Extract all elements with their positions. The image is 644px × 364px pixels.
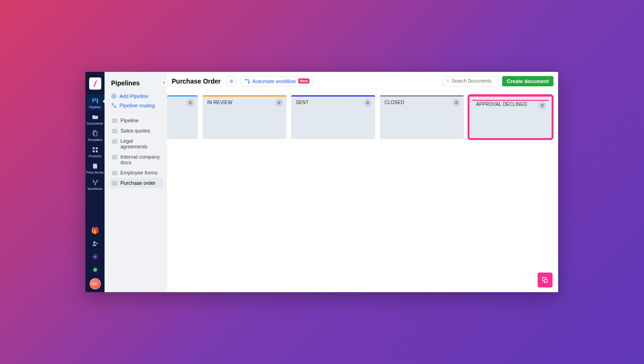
columns-icon [112, 129, 118, 133]
svg-point-10 [96, 180, 98, 182]
svg-point-13 [94, 256, 96, 258]
nav-documents[interactable]: Documents [85, 111, 105, 127]
gear-icon[interactable] [85, 250, 105, 263]
svg-rect-32 [116, 171, 117, 175]
book-icon [91, 162, 99, 170]
chat-button[interactable] [538, 273, 553, 287]
collapse-panel-button[interactable] [161, 78, 168, 87]
pipeline-routing-link[interactable]: Pipeline routing [111, 103, 163, 108]
templates-icon [91, 130, 99, 137]
svg-rect-2 [97, 98, 98, 104]
main-area: Purchase Order Automate workflow New Cre… [167, 72, 558, 292]
svg-point-39 [447, 80, 448, 82]
svg-rect-19 [114, 119, 115, 123]
board-column[interactable]: 0 [167, 95, 198, 139]
slash-icon [91, 80, 99, 87]
add-pipeline-label: Add Pipeline [119, 93, 148, 99]
svg-rect-0 [92, 98, 94, 102]
columns-icon [112, 181, 118, 186]
pipeline-item[interactable]: Employee forms [110, 168, 163, 178]
svg-rect-29 [116, 155, 117, 159]
pipelines-panel: Pipelines Add Pipeline Pipeline routing … [105, 72, 167, 292]
page-title: Purchase Order [172, 77, 221, 85]
column-count: 0 [187, 99, 194, 106]
nav-label: Price Books [86, 171, 104, 174]
nav-pricebooks[interactable]: Price Books [85, 160, 105, 176]
search-input[interactable] [452, 78, 495, 84]
pipeline-item-label: Pipeline [120, 118, 139, 123]
kanban-icon [91, 97, 99, 105]
pipeline-item-label: Purchase order [120, 180, 155, 186]
svg-point-9 [92, 180, 94, 182]
svg-rect-26 [116, 140, 117, 143]
app-window: Pipeline Documents Templates Products Pr… [85, 72, 558, 292]
pipeline-routing-label: Pipeline routing [119, 103, 155, 108]
user-avatar[interactable]: AK [90, 278, 101, 289]
board-column[interactable]: IN REVIEW0 [203, 95, 287, 139]
svg-rect-21 [112, 129, 113, 133]
nav-workflows[interactable]: Workflows [85, 176, 105, 192]
column-stripe [203, 95, 287, 97]
pipeline-item-label: Internal company docs [120, 154, 161, 165]
panel-title: Pipelines [111, 79, 163, 87]
create-document-button[interactable]: Create document [502, 76, 553, 86]
flow-icon [245, 78, 250, 84]
new-badge: New [298, 78, 309, 84]
pipeline-item-label: Legal agreements [120, 138, 161, 149]
svg-rect-18 [112, 119, 113, 123]
app-logo[interactable] [89, 77, 101, 90]
board-column[interactable]: CLOSED0 [380, 95, 464, 139]
routing-icon [111, 103, 117, 108]
add-pipeline-link[interactable]: Add Pipeline [111, 93, 163, 99]
board-column[interactable]: SENT0 [291, 95, 375, 139]
svg-rect-31 [114, 171, 115, 175]
column-stripe [291, 95, 375, 97]
chat-icon [541, 276, 549, 284]
svg-rect-20 [116, 119, 117, 123]
add-user-icon[interactable] [85, 237, 105, 250]
folder-icon [91, 113, 99, 121]
automate-label: Automate workflow [252, 78, 296, 84]
gift-icon[interactable]: 🎁 [85, 224, 105, 237]
divider [110, 112, 163, 112]
status-ok-icon[interactable] [85, 263, 105, 276]
column-stripe [380, 95, 464, 97]
svg-rect-33 [112, 182, 113, 185]
pipeline-item[interactable]: Purchase order [110, 178, 163, 188]
columns-icon [112, 119, 118, 123]
svg-rect-35 [116, 182, 117, 185]
svg-rect-1 [94, 98, 96, 101]
pipeline-settings-button[interactable] [226, 76, 237, 86]
board-column[interactable]: APPROVAL DECLINED0 [469, 95, 553, 139]
svg-rect-27 [112, 155, 113, 159]
pipeline-item[interactable]: Sales quotes [110, 126, 163, 136]
svg-rect-7 [92, 150, 94, 152]
svg-rect-24 [112, 140, 113, 143]
column-count: 0 [453, 99, 460, 106]
svg-rect-30 [112, 171, 113, 175]
columns-icon [112, 139, 118, 144]
pipeline-item[interactable]: Legal agreements [110, 136, 163, 152]
column-title: CLOSED [385, 100, 459, 105]
svg-rect-6 [96, 147, 98, 149]
svg-point-12 [93, 241, 95, 244]
nav-templates[interactable]: Templates [85, 127, 105, 143]
svg-rect-22 [114, 129, 115, 133]
svg-rect-25 [114, 140, 115, 143]
gear-icon [229, 78, 234, 84]
pipeline-item[interactable]: Pipeline [110, 115, 163, 126]
automate-workflow-button[interactable]: Automate workflow New [240, 76, 314, 86]
search-documents[interactable] [442, 76, 498, 86]
nav-products[interactable]: Products [85, 143, 105, 160]
svg-rect-28 [114, 155, 115, 159]
columns-icon [112, 171, 118, 175]
nav-label: Documents [87, 122, 103, 125]
pipeline-item[interactable]: Internal company docs [110, 152, 163, 168]
nav-label: Workflows [87, 187, 102, 190]
nav-pipeline[interactable]: Pipeline [85, 94, 105, 111]
column-stripe [167, 95, 198, 97]
column-title: APPROVAL DECLINED [476, 102, 548, 107]
svg-point-14 [93, 267, 97, 272]
svg-rect-8 [96, 150, 98, 152]
column-count: 0 [539, 102, 546, 109]
